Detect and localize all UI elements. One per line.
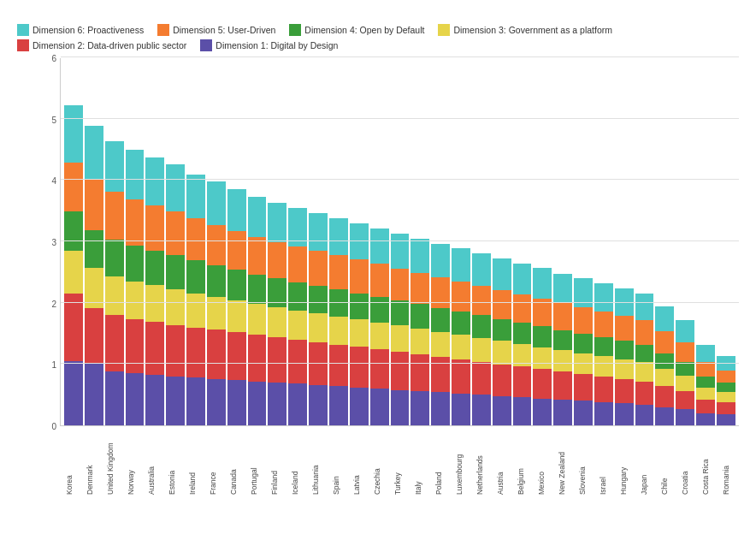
bar-segment-d5 xyxy=(553,303,572,329)
y-tick: 5 xyxy=(51,115,56,124)
x-label: Finland xyxy=(265,428,284,496)
bar-group xyxy=(145,58,164,425)
bar-segment-d5 xyxy=(145,205,164,251)
bar-group xyxy=(126,58,145,425)
bar-segment-d6 xyxy=(391,234,410,269)
grid-line xyxy=(61,363,739,364)
bar-segment-d6 xyxy=(594,283,613,312)
bar-segment-d6 xyxy=(410,239,429,273)
bar-segment-d6 xyxy=(186,175,205,218)
x-label: Canada xyxy=(224,428,243,496)
bar-group xyxy=(329,58,348,425)
bar-segment-d5 xyxy=(452,282,470,312)
bar-segment-d2 xyxy=(472,362,491,395)
bar-segment-d4 xyxy=(717,383,735,392)
chart-container: Dimension 6: ProactivenessDimension 5: U… xyxy=(0,0,756,558)
bar-segment-d4 xyxy=(696,377,715,388)
bar-segment-d2 xyxy=(513,366,532,397)
bar-segment-d4 xyxy=(248,275,267,304)
bars-wrapper xyxy=(61,58,739,425)
bar-segment-d1 xyxy=(248,382,267,425)
bar-segment-d1 xyxy=(533,399,552,425)
bar-segment-d2 xyxy=(186,328,205,378)
bar-segment-d4 xyxy=(594,337,613,356)
bar-segment-d6 xyxy=(493,258,511,290)
bar-segment-d3 xyxy=(655,369,674,386)
bar-segment-d1 xyxy=(493,396,511,425)
bar-segment-d2 xyxy=(391,352,410,389)
bar-segment-d3 xyxy=(696,388,715,400)
bar-segment-d1 xyxy=(574,401,593,425)
bar-segment-d4 xyxy=(126,246,145,282)
x-label: Romania xyxy=(717,428,735,496)
bar-segment-d3 xyxy=(288,311,307,340)
bar-segment-d6 xyxy=(472,253,491,286)
legend-item: Dimension 6: Proactiveness xyxy=(17,24,144,36)
bar-segment-d1 xyxy=(166,377,185,425)
x-label: Portugal xyxy=(245,428,263,496)
bar-group xyxy=(431,58,450,425)
bar-segment-d6 xyxy=(145,157,164,205)
x-label: Slovenia xyxy=(573,428,592,496)
bar-group xyxy=(207,58,226,425)
y-tick: 2 xyxy=(51,299,56,308)
bar-group xyxy=(635,58,654,425)
y-tick: 1 xyxy=(51,360,56,370)
grid-line xyxy=(61,302,739,303)
bar-segment-d3 xyxy=(717,392,735,402)
bar-segment-d1 xyxy=(431,392,450,425)
bar-segment-d1 xyxy=(288,383,307,425)
bar-group xyxy=(105,58,124,425)
bar-group xyxy=(717,58,735,425)
bar-segment-d3 xyxy=(186,294,205,328)
plot-area xyxy=(60,58,739,426)
bar-segment-d1 xyxy=(186,377,205,425)
bar-group xyxy=(410,58,429,425)
bar-segment-d5 xyxy=(594,312,613,337)
bar-segment-d4 xyxy=(166,255,185,289)
x-label: Australia xyxy=(142,428,161,496)
bar-segment-d1 xyxy=(553,400,572,425)
bar-segment-d1 xyxy=(410,391,429,425)
legend-color-box xyxy=(200,39,212,51)
bar-segment-d2 xyxy=(410,354,429,391)
legend-item: Dimension 1: Digital by Design xyxy=(200,39,338,51)
legend-label: Dimension 2: Data-driven public sector xyxy=(32,40,186,50)
bar-segment-d3 xyxy=(615,359,634,379)
bar-group xyxy=(452,58,470,425)
legend: Dimension 6: ProactivenessDimension 5: U… xyxy=(17,24,739,51)
bar-segment-d6 xyxy=(227,189,246,231)
bar-segment-d2 xyxy=(553,371,572,400)
bar-segment-d6 xyxy=(85,126,103,180)
bar-segment-d3 xyxy=(309,313,328,342)
bar-segment-d1 xyxy=(472,395,491,425)
bar-segment-d2 xyxy=(85,308,103,363)
x-label: Croatia xyxy=(676,428,694,496)
bar-segment-d3 xyxy=(472,338,491,362)
legend-label: Dimension 4: Open by Default xyxy=(304,25,424,35)
bar-segment-d6 xyxy=(696,345,715,362)
bar-segment-d5 xyxy=(248,237,267,275)
bar-segment-d1 xyxy=(309,385,328,425)
bar-segment-d1 xyxy=(126,373,145,425)
bar-segment-d3 xyxy=(493,341,511,364)
legend-color-box xyxy=(438,24,450,36)
bar-segment-d4 xyxy=(370,297,389,323)
y-axis: 0123456 xyxy=(17,58,60,426)
bar-segment-d4 xyxy=(472,315,491,337)
legend-item: Dimension 5: User-Driven xyxy=(157,24,275,36)
bar-segment-d2 xyxy=(431,357,450,392)
bar-segment-d5 xyxy=(717,371,735,383)
bar-group xyxy=(350,58,369,425)
bar-segment-d5 xyxy=(126,199,145,246)
x-label: Belgium xyxy=(511,428,530,496)
bar-segment-d4 xyxy=(493,319,511,341)
bar-segment-d5 xyxy=(472,286,491,315)
bar-segment-d2 xyxy=(493,365,511,396)
bar-segment-d1 xyxy=(329,386,348,425)
bar-segment-d5 xyxy=(227,231,246,270)
bar-segment-d2 xyxy=(655,386,674,407)
bar-segment-d4 xyxy=(350,294,369,320)
bar-segment-d6 xyxy=(309,213,328,251)
bar-segment-d6 xyxy=(553,274,572,303)
